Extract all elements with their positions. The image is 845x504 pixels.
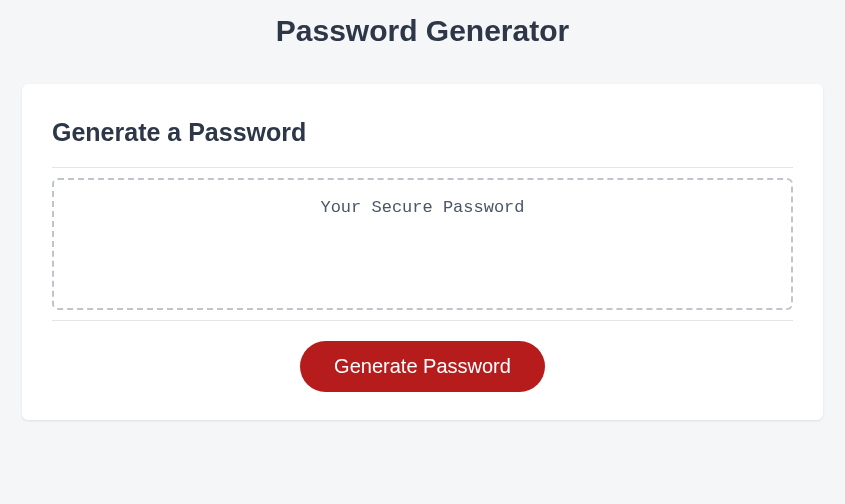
password-output: Your Secure Password: [52, 178, 793, 310]
page-title: Password Generator: [0, 0, 845, 84]
card-title: Generate a Password: [52, 118, 793, 147]
generate-button[interactable]: Generate Password: [300, 341, 545, 392]
divider-top: [52, 167, 793, 168]
divider-bottom: [52, 320, 793, 321]
button-wrap: Generate Password: [52, 341, 793, 392]
generator-card: Generate a Password Your Secure Password…: [22, 84, 823, 420]
